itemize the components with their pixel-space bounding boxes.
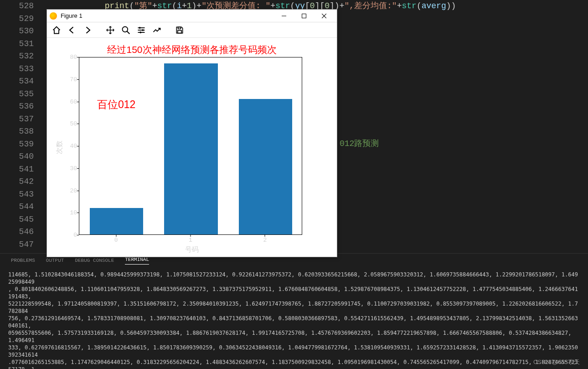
line-number: 536: [0, 100, 34, 113]
chart-xlabel: 号码: [47, 245, 337, 254]
svg-point-9: [139, 27, 141, 29]
pan-icon[interactable]: [104, 24, 116, 36]
window-title: Figure 1: [61, 12, 274, 19]
line-number: 544: [0, 201, 34, 213]
chart-xtick-label: 1: [189, 237, 192, 244]
window-maximize-button[interactable]: [294, 10, 314, 22]
tab-output[interactable]: OUTPUT: [46, 258, 64, 263]
matplotlib-window[interactable]: Figure 1 经过150次神经网络预测各推荐号码频次 次数 号码 百位0: [46, 9, 337, 257]
code-partial-comment: 012路预测: [340, 138, 379, 151]
matplotlib-toolbar: [47, 22, 337, 38]
svg-point-4: [123, 26, 128, 32]
terminal-output[interactable]: 114685, 1.5102843046188354, 0.9894425999…: [0, 267, 588, 369]
window-titlebar[interactable]: Figure 1: [47, 10, 337, 22]
chart-ytick-label: 10: [65, 209, 77, 216]
line-number: 530: [0, 25, 34, 38]
line-number: 528: [0, 0, 34, 13]
tab-debug-console[interactable]: DEBUG CONSOLE: [75, 258, 114, 263]
chart-canvas: 经过150次神经网络预测各推荐号码频次 次数 号码 百位012 01020304…: [47, 38, 337, 257]
chart-bar: [164, 63, 218, 234]
chart-plot-area: [79, 57, 302, 235]
chart-bar: [90, 208, 144, 235]
line-number: 543: [0, 188, 34, 201]
svg-line-5: [127, 31, 130, 34]
svg-rect-13: [178, 27, 181, 29]
line-number: 545: [0, 213, 34, 226]
back-icon[interactable]: [66, 24, 78, 36]
chart-ytick-label: 70: [65, 76, 77, 83]
line-number: 539: [0, 138, 34, 151]
line-number: 534: [0, 75, 34, 88]
home-icon[interactable]: [51, 24, 62, 36]
svg-point-10: [142, 29, 144, 31]
chart-xtick-label: 0: [114, 237, 118, 244]
line-number: 531: [0, 38, 34, 51]
save-icon[interactable]: [174, 24, 186, 36]
chart-xtick-label: 2: [263, 237, 267, 244]
chart-bar: [239, 99, 293, 234]
chart-ytick-label: 0: [65, 232, 77, 239]
chart-title: 经过150次神经网络预测各推荐号码频次: [47, 43, 337, 56]
line-number: 542: [0, 176, 34, 188]
figure-app-icon: [50, 12, 57, 20]
zoom-icon[interactable]: [120, 24, 132, 36]
line-number: 529: [0, 13, 34, 26]
bottom-panel: PROBLEMS OUTPUT DEBUG CONSOLE TERMINAL 1…: [0, 253, 588, 369]
chart-ytick-label: 50: [65, 120, 77, 127]
window-close-button[interactable]: [314, 10, 334, 22]
chart-ylabel: 次数: [55, 140, 64, 154]
chart-ytick-label: 60: [65, 98, 77, 105]
line-number: 547: [0, 239, 34, 251]
svg-rect-12: [178, 30, 181, 33]
svg-point-11: [139, 31, 141, 33]
line-number: 541: [0, 163, 34, 176]
chart-ytick-label: 20: [65, 187, 77, 194]
svg-rect-1: [302, 14, 306, 18]
chart-annotation: 百位012: [97, 98, 135, 112]
window-minimize-button[interactable]: [274, 10, 294, 22]
configure-icon[interactable]: [151, 24, 163, 36]
tab-terminal[interactable]: TERMINAL: [125, 257, 149, 265]
line-number: 535: [0, 88, 34, 101]
line-number: 533: [0, 63, 34, 76]
line-number-gutter: 5285295305315325335345355365375385395405…: [0, 0, 46, 253]
chart-ytick-label: 80: [65, 54, 77, 61]
tab-problems[interactable]: PROBLEMS: [11, 258, 35, 263]
forward-icon[interactable]: [82, 24, 93, 36]
line-number: 540: [0, 151, 34, 163]
subplots-icon[interactable]: [135, 24, 147, 36]
chart-ytick-label: 30: [65, 165, 77, 172]
watermark: CSDN @GIS小天: [533, 358, 580, 366]
chart-ytick-label: 40: [65, 143, 77, 150]
line-number: 537: [0, 113, 34, 126]
line-number: 546: [0, 226, 34, 239]
line-number: 532: [0, 50, 34, 63]
line-number: 538: [0, 125, 34, 138]
